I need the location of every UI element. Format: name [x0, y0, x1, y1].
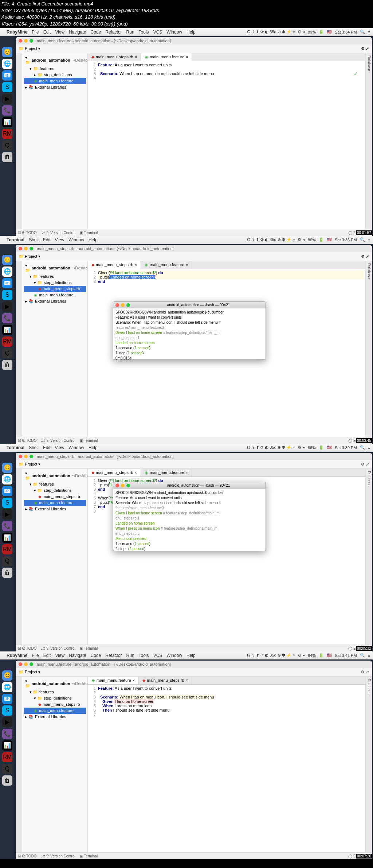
- left-rail: [16, 53, 22, 229]
- minimize-button[interactable]: [24, 39, 28, 43]
- frame-3: Terminal Shell Edit View Window Help ☊ ⇪…: [0, 444, 373, 651]
- tool-terminal[interactable]: ▣ Terminal: [80, 231, 98, 235]
- menu-run[interactable]: Run: [126, 30, 134, 35]
- status-icons[interactable]: ☊ ⇪ ⬆ ⟳ ◐ 35d ⊕ ✽ ⚡ ᯤ ⚙ ◀: [247, 30, 305, 34]
- battery[interactable]: 89%: [308, 30, 316, 34]
- dock-skype[interactable]: S: [2, 82, 12, 92]
- code-editor[interactable]: ✓ 1234 Feature: As a user I want to conv…: [88, 61, 365, 229]
- flag-icon[interactable]: 🇺🇸: [327, 30, 332, 34]
- menu-tools[interactable]: Tools: [139, 30, 149, 35]
- tab-feature[interactable]: ◉main_menu.feature ×: [141, 53, 192, 61]
- video-timestamp: 00:01:57: [356, 230, 372, 235]
- tool-todo[interactable]: ☑ 6: TODO: [18, 231, 36, 235]
- frame-2: Terminal Shell Edit View Window Help ☊ ⇪…: [0, 236, 373, 444]
- project-tree: ▾ 📁 android_automation ~/Desktop/android…: [22, 53, 88, 229]
- menu-file[interactable]: File: [32, 30, 39, 35]
- dock-outlook[interactable]: 📧: [2, 70, 12, 81]
- dock-terminal[interactable]: ▶: [2, 94, 12, 104]
- tree-steps-file[interactable]: ◆ main_menu_steps.rb: [24, 286, 86, 292]
- dock-viber[interactable]: 📞: [2, 105, 12, 116]
- menu-vcs[interactable]: VCS: [153, 30, 162, 35]
- dock-intellij[interactable]: 📊: [2, 117, 12, 127]
- right-rail: Database: [365, 53, 372, 229]
- app-name[interactable]: RubyMine: [7, 30, 27, 35]
- tree-features[interactable]: ▾ 📁 features: [24, 66, 86, 72]
- app-name[interactable]: Terminal: [7, 237, 24, 242]
- rubymine-window: main_menu.feature - android_automation -…: [16, 37, 372, 243]
- terminal-output: SFOC02RR8XBG8WN:android_automation apiat…: [113, 308, 266, 360]
- menu-edit[interactable]: Edit: [43, 30, 51, 35]
- tree-external-libs[interactable]: ▸ 📚 External Libraries: [24, 84, 86, 90]
- maximize-button[interactable]: [30, 39, 33, 43]
- menu-help[interactable]: Help: [186, 30, 196, 35]
- dock-chrome[interactable]: 🌐: [2, 59, 12, 69]
- tree-root[interactable]: ▾ 📁 android_automation ~/Desktop/android…: [24, 55, 86, 66]
- bottom-toolbar: ☑ 6: TODO ⎇ 9: Version Control ▣ Termina…: [16, 229, 372, 236]
- frame-4: RubyMine File Edit View Navigate Code Re…: [0, 651, 373, 859]
- tree-step-definitions[interactable]: ▸ 📁 step_definitions: [24, 72, 86, 78]
- editor-pane: ◆main_menu_steps.rb × ◉main_menu.feature…: [88, 53, 365, 229]
- dock-trash[interactable]: 🗑: [2, 152, 12, 162]
- menu-window[interactable]: Window: [166, 30, 182, 35]
- project-dropdown[interactable]: 📁 Project ▾: [19, 46, 40, 51]
- window-title: main_menu.feature - android_automation -…: [37, 39, 171, 43]
- frame-1: RubyMine File Edit View Navigate Code Re…: [0, 28, 373, 236]
- menu-navigate[interactable]: Navigate: [69, 30, 86, 35]
- dock-quicktime[interactable]: Q: [2, 140, 12, 151]
- tab-steps[interactable]: ◆main_menu_steps.rb ×: [88, 53, 141, 61]
- file-metadata: File: 4. Create first Cucumber scenario.…: [0, 0, 373, 28]
- menu-code[interactable]: Code: [91, 30, 101, 35]
- search-icon[interactable]: 🔍: [360, 30, 365, 34]
- macos-menubar: RubyMine File Edit View Navigate Code Re…: [0, 28, 373, 36]
- macos-dock: 😊 🌐 📧 S ▶ 📞 📊 RM Q 🗑: [0, 36, 15, 244]
- menu-view[interactable]: View: [55, 30, 64, 35]
- terminal-popup[interactable]: android_automation — -bash — 90×21 SFOC0…: [113, 301, 266, 360]
- dock-rubymine[interactable]: RM: [2, 129, 12, 139]
- clock[interactable]: Sat 3:34 PM: [335, 30, 357, 34]
- dock-finder[interactable]: 😊: [2, 47, 12, 57]
- tool-vc[interactable]: ⎇ 9: Version Control: [41, 231, 75, 235]
- inspection-ok-icon: ✓: [354, 71, 358, 77]
- ide-toolbar: 📁 Project ▾ ⚙ ⤢: [16, 44, 372, 53]
- close-button[interactable]: [19, 39, 22, 43]
- terminal-popup[interactable]: android_automation — -bash — 90×21 SFOC0…: [113, 482, 266, 551]
- tree-feature-file[interactable]: ◉ main_menu.feature: [24, 78, 86, 84]
- menu-refactor[interactable]: Refactor: [105, 30, 122, 35]
- window-controls: [19, 39, 33, 43]
